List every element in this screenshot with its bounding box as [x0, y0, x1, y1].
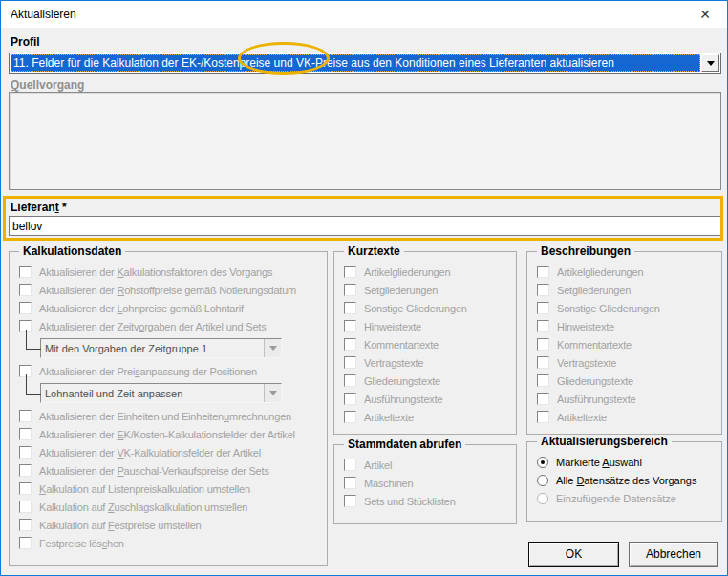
checkbox-row: Artikelgliederungen [344, 266, 508, 278]
checkbox [19, 464, 32, 477]
radio-row: Einzufügende Datensätze [537, 492, 714, 504]
checkbox-label: Aktualisieren der Lohnpreise gemäß Lohnt… [39, 303, 244, 314]
sub-dropdown: Lohnanteil und Zeit anpassen [40, 383, 282, 403]
chevron-down-icon [264, 384, 281, 402]
quellvorgang-listbox [9, 92, 721, 190]
checkbox-label: Kalkulation auf Festpreise umstellen [39, 520, 202, 531]
checkbox-label: Sonstige Gliederungen [557, 303, 660, 314]
checkbox [344, 320, 356, 332]
checkbox-label: Aktualisieren der VK-Kalkulationsfelder … [39, 447, 261, 459]
checkbox-row: Kommentartexte [344, 338, 508, 351]
group-aktualisierungsbereich: Aktualisierungsbereich Markierte Auswahl… [526, 441, 722, 522]
kalkulationsdaten-list: Aktualisieren der Kalkulationsfaktoren d… [19, 266, 319, 549]
checkbox-row: Kommentartexte [537, 338, 714, 351]
checkbox-label: Sonstige Gliederungen [364, 303, 467, 314]
checkbox-label: Aktualisieren der Rohstoffpreise gemäß N… [39, 285, 296, 296]
checkbox [344, 393, 356, 405]
radio-label: Alle Datensätze des Vorgangs [556, 475, 696, 486]
checkbox-label: Hinweistexte [557, 321, 614, 332]
checkbox [19, 446, 32, 459]
checkbox-row: Artikeltexte [344, 411, 508, 423]
checkbox [537, 302, 549, 314]
checkbox-row: Kalkulation auf Festpreise umstellen [19, 519, 319, 531]
radio-button[interactable] [537, 475, 548, 486]
checkbox [344, 495, 356, 507]
checkbox-label: Aktualisieren der EK/Kosten-Kalkulations… [39, 429, 295, 440]
checkbox-row: Hinweistexte [344, 320, 508, 332]
group-title: Aktualisierungsbereich [537, 435, 672, 448]
checkbox-row: Hinweistexte [537, 320, 714, 332]
checkbox-row: Gliederungstexte [537, 374, 714, 387]
checkbox-row: Vertragstexte [537, 356, 714, 369]
checkbox [344, 459, 356, 471]
checkbox [537, 338, 549, 351]
checkbox-row: Gliederungstexte [344, 374, 508, 387]
checkbox [19, 482, 32, 495]
checkbox-label: Setgliederungen [364, 285, 438, 296]
checkbox-row: Artikelgliederungen [537, 266, 714, 278]
checkbox-row: Sonstige Gliederungen [537, 302, 714, 314]
triangle-glyph [269, 346, 277, 351]
checkbox-label: Kommentartexte [364, 339, 439, 351]
checkbox-label: Kalkulation auf Zuschlagskalkulation ums… [39, 501, 247, 513]
checkbox [344, 411, 356, 423]
checkbox-label: Festpreise löschen [39, 538, 124, 549]
checkbox-label: Artikeltexte [557, 412, 607, 423]
checkbox-row: Setgliederungen [344, 284, 508, 296]
profil-label: Profil [11, 35, 40, 49]
checkbox-row: Artikeltexte [537, 411, 714, 423]
group-title: Stammdaten abrufen [344, 437, 465, 451]
dialog-title: Aktualisieren [11, 8, 76, 21]
checkbox-label: Artikelgliederungen [557, 267, 643, 278]
checkbox-row: Kalkulation auf Zuschlagskalkulation ums… [19, 501, 319, 513]
group-title: Kurztexte [344, 245, 404, 258]
ok-button[interactable]: OK [528, 542, 619, 567]
checkbox [344, 477, 356, 489]
checkbox [344, 338, 356, 351]
checkbox-label: Gliederungstexte [557, 375, 633, 387]
checkbox [537, 284, 549, 296]
group-title: Kalkulationsdaten [19, 245, 125, 258]
checkbox-label: Aktualisieren der Preisanpassung der Pos… [39, 366, 257, 377]
profil-combobox[interactable]: 11. Felder für die Kalkulation der EK-/K… [9, 53, 721, 74]
checkbox [19, 519, 32, 531]
radio-row: Markierte Auswahl [537, 456, 714, 468]
lieferant-input[interactable] [9, 216, 721, 236]
radio-button [537, 493, 548, 504]
group-stammdaten-abrufen: Stammdaten abrufen ArtikelMaschinenSets … [333, 444, 517, 524]
checkbox-label: Artikel [364, 459, 392, 471]
checkbox [344, 266, 356, 278]
checkbox [19, 266, 32, 278]
checkbox [344, 356, 356, 369]
radio-label: Markierte Auswahl [556, 457, 642, 468]
checkbox-label: Aktualisieren der Zeitvorgaben der Artik… [39, 321, 266, 332]
checkbox [19, 302, 32, 314]
close-icon: ✕ [699, 7, 711, 22]
sub-dropdown: Mit den Vorgaben der Zeitgruppe 1 [40, 338, 282, 358]
close-button[interactable]: ✕ [683, 1, 727, 28]
aktualisierungsbereich-list: Markierte AuswahlAlle Datensätze des Vor… [537, 456, 714, 504]
checkbox-label: Aktualisieren der Einheiten und Einheite… [39, 411, 291, 422]
chevron-down-icon [264, 339, 281, 357]
checkbox [537, 356, 549, 369]
checkbox-label: Maschinen [364, 478, 413, 489]
checkbox-row: Aktualisieren der Lohnpreise gemäß Lohnt… [19, 302, 319, 314]
chevron-down-icon [707, 61, 715, 66]
profil-dropdown-button[interactable] [701, 54, 719, 72]
radio-button[interactable] [537, 457, 548, 468]
radio-label: Einzufügende Datensätze [556, 493, 676, 504]
group-beschreibungen: Beschreibungen ArtikelgliederungenSetgli… [526, 251, 722, 435]
checkbox-row: Aktualisieren der Rohstoffpreise gemäß N… [19, 284, 319, 296]
checkbox-label: Artikeltexte [364, 412, 414, 423]
stammdaten-list: ArtikelMaschinenSets und Stücklisten [344, 459, 508, 507]
checkbox-row: Aktualisieren der Kalkulationsfaktoren d… [19, 266, 319, 278]
checkbox [344, 374, 356, 387]
checkbox [537, 266, 549, 278]
beschreibungen-list: ArtikelgliederungenSetgliederungenSonsti… [537, 266, 714, 423]
checkbox-row: Ausführungstexte [537, 393, 714, 405]
triangle-glyph [269, 391, 277, 395]
checkbox-label: Ausführungstexte [557, 394, 635, 405]
cancel-button[interactable]: Abbrechen [629, 542, 718, 567]
checkbox-label: Vertragstexte [364, 357, 423, 369]
checkbox-label: Vertragstexte [557, 357, 616, 369]
